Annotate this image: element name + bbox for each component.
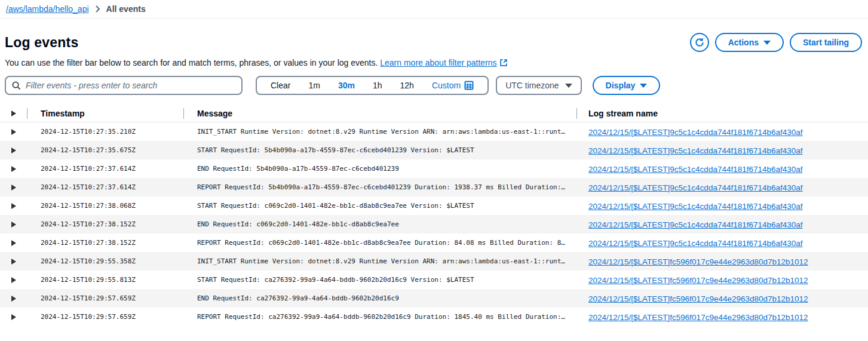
expand-row-icon[interactable] — [11, 222, 16, 228]
log-stream-name-link[interactable]: 2024/12/15/[$LATEST]9c5c1c4cdda744f181f6… — [588, 165, 803, 174]
log-stream-name-link[interactable]: 2024/12/15/[$LATEST]9c5c1c4cdda744f181f6… — [588, 239, 803, 248]
log-event-row: 2024-12-15T10:27:38.068Z START RequestId… — [0, 196, 868, 215]
expand-row-icon[interactable] — [11, 203, 16, 209]
log-event-message: INIT_START Runtime Version: dotnet:8.v29… — [183, 128, 576, 136]
log-table-header: Timestamp Message Log stream name — [0, 105, 868, 122]
log-stream-name-link[interactable]: 2024/12/15/[$LATEST]9c5c1c4cdda744f181f6… — [588, 220, 803, 229]
column-header-log-stream-name: Log stream name — [576, 109, 868, 118]
time-range-12h[interactable]: 12h — [391, 77, 423, 94]
log-event-timestamp: 2024-12-15T10:29:57.659Z — [27, 313, 183, 321]
log-event-row: 2024-12-15T10:29:55.813Z START RequestId… — [0, 271, 868, 289]
log-stream-name-link[interactable]: 2024/12/15/[$LATEST]fc596f017c9e44e2963d… — [588, 257, 808, 266]
log-event-message: REPORT RequestId: c069c2d0-1401-482e-bb1… — [183, 239, 576, 247]
time-range-clear[interactable]: Clear — [262, 77, 299, 94]
caret-down-icon — [640, 84, 647, 88]
log-event-message: START RequestId: 5b4b090a-a17b-4559-87ec… — [183, 146, 576, 154]
learn-more-link[interactable]: Learn more about filter patterns — [380, 58, 507, 67]
expand-row-icon[interactable] — [11, 296, 16, 302]
column-divider — [576, 108, 577, 119]
header-actions: Actions Start tailing — [690, 33, 862, 52]
expand-row-icon[interactable] — [11, 166, 16, 172]
learn-more-link-label: Learn more about filter patterns — [380, 58, 496, 67]
time-range-control: Clear 1m 30m 1h 12h Custom — [256, 76, 489, 95]
start-tailing-button-label: Start tailing — [803, 38, 849, 47]
start-tailing-button[interactable]: Start tailing — [790, 33, 862, 52]
expand-row-icon[interactable] — [11, 259, 16, 265]
log-event-timestamp: 2024-12-15T10:27:35.210Z — [27, 128, 183, 136]
page-description: You can use the filter bar below to sear… — [0, 52, 868, 67]
time-range-1h[interactable]: 1h — [364, 77, 391, 94]
log-stream-name-link[interactable]: 2024/12/15/[$LATEST]9c5c1c4cdda744f181f6… — [588, 183, 803, 192]
actions-button-label: Actions — [728, 38, 759, 47]
log-event-row: 2024-12-15T10:29:57.659Z REPORT RequestI… — [0, 308, 868, 326]
log-stream-name-link[interactable]: 2024/12/15/[$LATEST]fc596f017c9e44e2963d… — [588, 313, 808, 322]
caret-down-icon — [763, 41, 771, 45]
display-button-label: Display — [606, 81, 636, 90]
time-range-custom-label: Custom — [432, 81, 461, 90]
log-stream-name-link[interactable]: 2024/12/15/[$LATEST]fc596f017c9e44e2963d… — [588, 294, 808, 303]
time-range-30m[interactable]: 30m — [329, 77, 364, 94]
log-event-timestamp: 2024-12-15T10:27:38.152Z — [27, 220, 183, 228]
refresh-button[interactable] — [690, 33, 709, 52]
log-event-timestamp: 2024-12-15T10:27:38.152Z — [27, 239, 183, 247]
log-stream-name-link[interactable]: 2024/12/15/[$LATEST]9c5c1c4cdda744f181f6… — [588, 146, 803, 155]
log-events-table: Timestamp Message Log stream name 2024-1… — [0, 105, 868, 326]
expand-row-icon[interactable] — [11, 148, 16, 153]
log-event-message: END RequestId: c069c2d0-1401-482e-bb1c-d… — [183, 220, 576, 228]
log-event-row: 2024-12-15T10:29:57.659Z END RequestId: … — [0, 289, 868, 308]
expand-row-icon[interactable] — [11, 314, 16, 320]
log-event-timestamp: 2024-12-15T10:29:55.813Z — [27, 276, 183, 284]
description-text: You can use the filter bar below to sear… — [5, 58, 378, 67]
log-event-message: END RequestId: 5b4b090a-a17b-4559-87ec-c… — [183, 165, 576, 173]
log-event-timestamp: 2024-12-15T10:29:57.659Z — [27, 294, 183, 302]
log-event-row: 2024-12-15T10:29:55.358Z INIT_START Runt… — [0, 252, 868, 271]
refresh-icon — [695, 38, 704, 47]
external-link-icon — [499, 59, 508, 67]
log-table-body: 2024-12-15T10:27:35.210Z INIT_START Runt… — [0, 122, 868, 326]
expand-row-icon[interactable] — [11, 110, 16, 116]
log-event-timestamp: 2024-12-15T10:27:37.614Z — [27, 183, 183, 191]
timezone-dropdown-label: UTC timezone — [505, 81, 559, 90]
log-event-message: START RequestId: c069c2d0-1401-482e-bb1c… — [183, 202, 576, 210]
filter-events-input[interactable] — [26, 81, 235, 90]
log-event-timestamp: 2024-12-15T10:27:37.614Z — [27, 165, 183, 173]
log-event-row: 2024-12-15T10:27:35.210Z INIT_START Runt… — [0, 122, 868, 141]
log-event-timestamp: 2024-12-15T10:29:55.358Z — [27, 257, 183, 265]
log-event-message: START RequestId: ca276392-99a9-4a64-bddb… — [183, 276, 576, 284]
log-event-row: 2024-12-15T10:27:38.152Z END RequestId: … — [0, 215, 868, 234]
page-title: Log events — [5, 35, 78, 51]
log-event-row: 2024-12-15T10:27:38.152Z REPORT RequestI… — [0, 234, 868, 252]
chevron-right-icon — [95, 5, 100, 13]
log-event-row: 2024-12-15T10:27:35.675Z START RequestId… — [0, 141, 868, 159]
log-event-row: 2024-12-15T10:27:37.614Z END RequestId: … — [0, 159, 868, 178]
log-event-message: REPORT RequestId: ca276392-99a9-4a64-bdd… — [183, 313, 576, 321]
column-header-timestamp: Timestamp — [27, 109, 183, 118]
display-button[interactable]: Display — [593, 76, 661, 95]
expand-all-header-cell — [0, 110, 27, 116]
time-range-custom[interactable]: Custom — [423, 77, 483, 94]
log-event-message: REPORT RequestId: 5b4b090a-a17b-4559-87e… — [183, 183, 576, 191]
caret-down-icon — [565, 84, 572, 88]
filter-toolbar: Clear 1m 30m 1h 12h Custom UTC timezone … — [0, 67, 868, 95]
expand-row-icon[interactable] — [11, 277, 16, 283]
log-event-message: INIT_START Runtime Version: dotnet:8.v29… — [183, 257, 576, 265]
timezone-dropdown[interactable]: UTC timezone — [496, 76, 581, 95]
log-event-row: 2024-12-15T10:27:37.614Z REPORT RequestI… — [0, 178, 868, 196]
actions-button[interactable]: Actions — [715, 33, 784, 52]
search-icon — [12, 81, 21, 90]
expand-row-icon[interactable] — [11, 240, 16, 246]
log-event-timestamp: 2024-12-15T10:27:35.675Z — [27, 146, 183, 154]
expand-row-icon[interactable] — [11, 129, 16, 135]
log-event-message: END RequestId: ca276392-99a9-4a64-bddb-9… — [183, 294, 576, 302]
calendar-icon — [464, 81, 474, 90]
expand-row-icon[interactable] — [11, 185, 16, 191]
column-divider — [27, 108, 27, 119]
log-stream-name-link[interactable]: 2024/12/15/[$LATEST]9c5c1c4cdda744f181f6… — [588, 202, 803, 211]
time-range-1m[interactable]: 1m — [299, 77, 329, 94]
breadcrumb-log-group-link[interactable]: /aws/lambda/hello_api — [6, 4, 89, 14]
log-stream-name-link[interactable]: 2024/12/15/[$LATEST]fc596f017c9e44e2963d… — [588, 276, 808, 285]
page-header: Log events Actions Start tailing — [0, 19, 868, 52]
breadcrumb-current: All events — [106, 4, 146, 14]
log-stream-name-link[interactable]: 2024/12/15/[$LATEST]9c5c1c4cdda744f181f6… — [588, 128, 803, 137]
column-divider — [183, 108, 184, 119]
